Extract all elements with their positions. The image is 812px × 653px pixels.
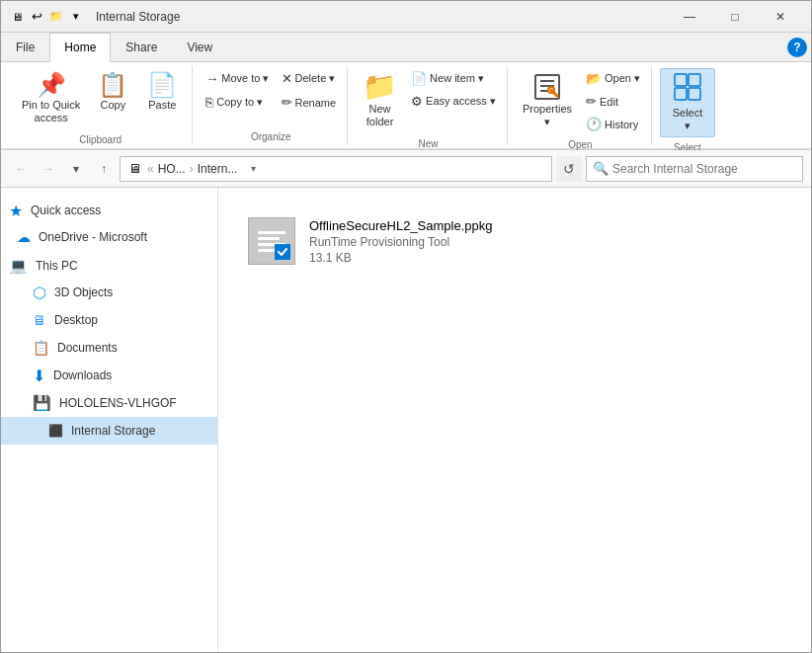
- svg-rect-8: [689, 88, 700, 100]
- search-input[interactable]: [612, 162, 796, 176]
- tab-view[interactable]: View: [172, 33, 227, 62]
- copy-button[interactable]: 📋 Copy: [89, 68, 136, 117]
- move-copy-col: → Move to ▾ ⎘ Copy to ▾: [201, 68, 274, 113]
- new-folder-button[interactable]: 📁 Newfolder: [356, 68, 404, 133]
- rename-label: Rename: [295, 97, 337, 109]
- select-buttons: Select▾: [660, 68, 715, 139]
- pin-button[interactable]: 📌 Pin to Quickaccess: [15, 68, 87, 129]
- paste-label: Paste: [148, 99, 176, 112]
- pin-label: Pin to Quickaccess: [22, 99, 80, 124]
- downloads-icon: ⬇: [33, 367, 45, 385]
- copy-to-button[interactable]: ⎘ Copy to ▾: [201, 92, 274, 113]
- tab-file[interactable]: File: [1, 33, 49, 62]
- refresh-button[interactable]: ↺: [556, 156, 582, 182]
- open-button[interactable]: 📂 Open ▾: [581, 68, 645, 89]
- sidebar-item-3d-objects[interactable]: ⬡ 3D Objects: [1, 279, 217, 306]
- minimize-button[interactable]: —: [667, 1, 712, 33]
- file-item-ppkg[interactable]: OfflineSecureHL2_Sample.ppkg RunTime Pro…: [238, 207, 791, 275]
- sidebar-item-internal-storage[interactable]: ⬛ Internal Storage: [1, 417, 217, 445]
- help-button[interactable]: ?: [787, 38, 807, 57]
- ribbon-group-organize: → Move to ▾ ⎘ Copy to ▾ ✕: [195, 66, 348, 144]
- edit-label: Edit: [600, 96, 618, 108]
- desktop-icon: 🖥: [33, 312, 46, 328]
- address-sep2: ›: [190, 162, 194, 176]
- quick-access-icon: ★: [9, 202, 23, 220]
- easy-access-icon: ⚙: [411, 94, 423, 109]
- down-arrow-icon: ▾: [68, 9, 84, 25]
- file-icon-overlay: [275, 244, 290, 260]
- delete-icon: ✕: [282, 71, 292, 86]
- maximize-button[interactable]: □: [712, 1, 758, 33]
- sidebar-item-this-pc[interactable]: 💻 This PC: [1, 251, 217, 279]
- open-label: Open ▾: [605, 72, 640, 85]
- sidebar: ★ Quick access ☁ OneDrive - Microsoft 💻 …: [1, 188, 218, 652]
- delete-button[interactable]: ✕ Delete ▾: [277, 68, 342, 89]
- address-input[interactable]: 🖥 « HO... › Intern...: [120, 156, 552, 182]
- move-icon: →: [205, 71, 218, 86]
- recent-button[interactable]: ▾: [64, 157, 88, 181]
- copy-label: Copy: [100, 99, 125, 112]
- this-pc-label: This PC: [36, 259, 78, 273]
- hololens-drive-icon: 💾: [33, 394, 51, 412]
- up-button[interactable]: ↑: [92, 157, 116, 181]
- sidebar-item-onedrive[interactable]: ☁ OneDrive - Microsoft: [1, 223, 217, 251]
- select-button[interactable]: Select▾: [660, 68, 715, 137]
- new-item-col: 📄 New item ▾ ⚙ Easy access ▾: [406, 68, 501, 112]
- rename-icon: ✏: [282, 95, 292, 110]
- sidebar-item-downloads[interactable]: ⬇ Downloads: [1, 362, 217, 389]
- close-button[interactable]: ✕: [758, 1, 803, 33]
- edit-icon: ✏: [586, 94, 597, 109]
- ribbon-content: 📌 Pin to Quickaccess 📋 Copy 📄 Paste Clip…: [1, 62, 811, 149]
- file-type: RunTime Provisioning Tool: [309, 235, 493, 249]
- search-box[interactable]: 🔍: [586, 156, 803, 182]
- sidebar-item-desktop[interactable]: 🖥 Desktop: [1, 306, 217, 334]
- onedrive-label: OneDrive - Microsoft: [39, 230, 147, 244]
- clipboard-buttons: 📌 Pin to Quickaccess 📋 Copy 📄 Paste: [15, 68, 186, 131]
- new-folder-icon: 📁: [363, 73, 397, 101]
- open-col: 📂 Open ▾ ✏ Edit 🕐 History: [581, 68, 645, 134]
- move-copy-row: → Move to ▾ ⎘ Copy to ▾ ✕: [201, 68, 341, 113]
- file-icon: [246, 215, 297, 267]
- new-item-icon: 📄: [411, 71, 427, 86]
- window-controls: — □ ✕: [667, 1, 803, 33]
- ribbon-group-select: Select▾ Select: [654, 66, 721, 144]
- internal-storage-label: Internal Storage: [71, 424, 155, 438]
- address-segment-home: HO...: [158, 162, 186, 176]
- quick-access-label: Quick access: [31, 204, 101, 217]
- file-name: OfflineSecureHL2_Sample.ppkg: [309, 218, 493, 233]
- new-item-label: New item ▾: [430, 72, 484, 85]
- easy-access-button[interactable]: ⚙ Easy access ▾: [406, 91, 501, 112]
- move-to-button[interactable]: → Move to ▾: [201, 68, 274, 89]
- documents-icon: 📋: [33, 340, 49, 356]
- address-segment-internal: Intern...: [198, 162, 238, 176]
- tab-home[interactable]: Home: [49, 33, 111, 62]
- sidebar-item-documents[interactable]: 📋 Documents: [1, 334, 217, 362]
- new-label: New: [356, 135, 501, 149]
- open-icon: 📂: [586, 71, 602, 86]
- hololens-label: HOLOLENS-VLHGOF: [59, 396, 177, 410]
- desktop-label: Desktop: [54, 313, 98, 327]
- edit-button[interactable]: ✏ Edit: [581, 91, 645, 112]
- paste-button[interactable]: 📄 Paste: [138, 68, 186, 117]
- back-button[interactable]: ←: [9, 157, 33, 181]
- main-content: ★ Quick access ☁ OneDrive - Microsoft 💻 …: [1, 188, 811, 652]
- internal-storage-icon: ⬛: [48, 424, 63, 438]
- window-system-icon: 🖥: [9, 9, 25, 25]
- history-button[interactable]: 🕐 History: [581, 114, 645, 134]
- rename-button[interactable]: ✏ Rename: [277, 92, 342, 113]
- forward-button[interactable]: →: [37, 157, 60, 181]
- drive-icon: 🖥: [128, 161, 141, 176]
- tab-share[interactable]: Share: [111, 33, 172, 62]
- new-buttons: 📁 Newfolder 📄 New item ▾ ⚙ Easy access ▾: [356, 68, 501, 135]
- undo-icon: ↩: [29, 9, 44, 25]
- select-label: Select▾: [673, 107, 703, 132]
- copy-to-icon: ⎘: [205, 95, 213, 110]
- properties-button[interactable]: Properties▾: [516, 68, 579, 133]
- easy-access-label: Easy access ▾: [426, 95, 496, 108]
- sidebar-item-quick-access[interactable]: ★ Quick access: [1, 196, 217, 223]
- new-item-button[interactable]: 📄 New item ▾: [406, 68, 501, 89]
- copy-icon: 📋: [98, 73, 127, 97]
- ribbon-group-open: Properties▾ 📂 Open ▾ ✏ Edit 🕐: [510, 66, 652, 144]
- address-dropdown-icon[interactable]: [243, 163, 263, 174]
- sidebar-item-hololens[interactable]: 💾 HOLOLENS-VLHGOF: [1, 389, 217, 417]
